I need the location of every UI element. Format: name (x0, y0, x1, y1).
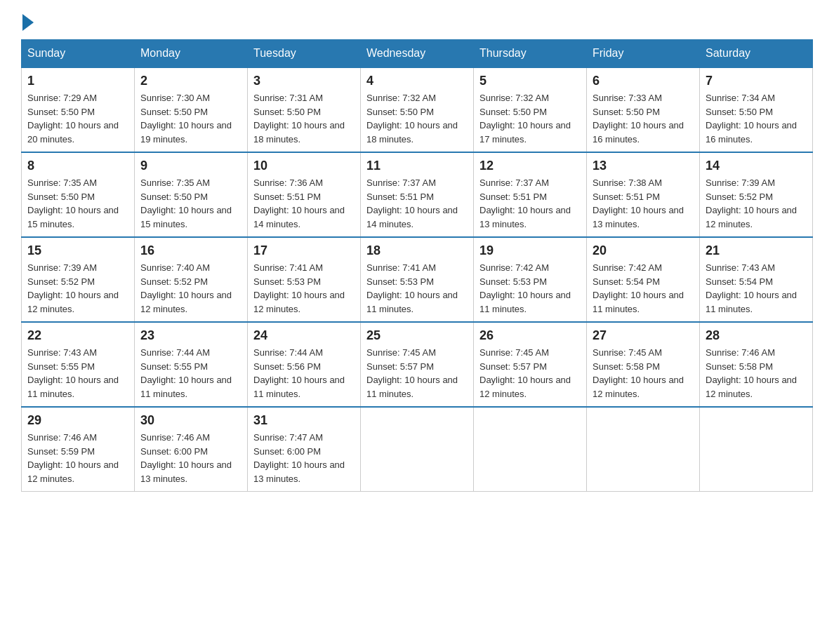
sunrise-label: Sunrise: 7:42 AM (479, 262, 549, 273)
sunrise-label: Sunrise: 7:32 AM (479, 93, 549, 103)
week-row-3: 15 Sunrise: 7:39 AM Sunset: 5:52 PM Dayl… (22, 237, 813, 322)
day-info: Sunrise: 7:41 AM Sunset: 5:53 PM Dayligh… (366, 261, 468, 316)
sunset-label: Sunset: 5:52 PM (140, 276, 208, 287)
day-number: 14 (706, 159, 807, 173)
sunset-label: Sunset: 5:53 PM (366, 276, 434, 287)
sunset-label: Sunset: 5:55 PM (27, 361, 95, 372)
calendar-cell: 11 Sunrise: 7:37 AM Sunset: 5:51 PM Dayl… (361, 152, 474, 237)
day-number: 18 (366, 243, 468, 258)
daylight-label: Daylight: 10 hours and 11 minutes. (27, 375, 119, 399)
calendar-cell: 23 Sunrise: 7:44 AM Sunset: 5:55 PM Dayl… (135, 322, 248, 407)
day-number: 24 (253, 328, 355, 343)
sunrise-label: Sunrise: 7:34 AM (706, 93, 775, 103)
day-number: 23 (140, 328, 241, 343)
calendar-cell: 21 Sunrise: 7:43 AM Sunset: 5:54 PM Dayl… (700, 237, 813, 322)
daylight-label: Daylight: 10 hours and 11 minutes. (479, 290, 571, 314)
day-header-row: SundayMondayTuesdayWednesdayThursdayFrid… (22, 40, 813, 68)
daylight-label: Daylight: 10 hours and 15 minutes. (140, 205, 232, 229)
daylight-label: Daylight: 10 hours and 11 minutes. (253, 375, 345, 399)
calendar-cell: 16 Sunrise: 7:40 AM Sunset: 5:52 PM Dayl… (135, 237, 248, 322)
daylight-label: Daylight: 10 hours and 15 minutes. (27, 205, 119, 229)
daylight-label: Daylight: 10 hours and 14 minutes. (253, 205, 345, 229)
sunrise-label: Sunrise: 7:40 AM (140, 262, 210, 273)
calendar-cell (700, 407, 813, 492)
sunset-label: Sunset: 5:57 PM (366, 361, 434, 372)
sunrise-label: Sunrise: 7:39 AM (27, 262, 97, 273)
day-number: 20 (593, 243, 694, 258)
day-number: 1 (27, 74, 128, 88)
day-number: 31 (253, 413, 355, 428)
day-info: Sunrise: 7:46 AM Sunset: 5:59 PM Dayligh… (27, 431, 128, 485)
sunset-label: Sunset: 5:59 PM (27, 446, 95, 457)
calendar-cell: 26 Sunrise: 7:45 AM Sunset: 5:57 PM Dayl… (474, 322, 587, 407)
day-info: Sunrise: 7:46 AM Sunset: 5:58 PM Dayligh… (706, 346, 807, 401)
day-info: Sunrise: 7:45 AM Sunset: 5:57 PM Dayligh… (479, 346, 581, 401)
sunrise-label: Sunrise: 7:44 AM (253, 347, 323, 358)
calendar-cell: 20 Sunrise: 7:42 AM Sunset: 5:54 PM Dayl… (587, 237, 700, 322)
calendar-cell: 22 Sunrise: 7:43 AM Sunset: 5:55 PM Dayl… (22, 322, 135, 407)
day-number: 13 (593, 159, 694, 173)
sunset-label: Sunset: 5:58 PM (593, 361, 660, 372)
daylight-label: Daylight: 10 hours and 16 minutes. (706, 120, 797, 145)
calendar-cell: 29 Sunrise: 7:46 AM Sunset: 5:59 PM Dayl… (22, 407, 135, 492)
sunrise-label: Sunrise: 7:37 AM (479, 177, 549, 188)
sunrise-label: Sunrise: 7:44 AM (140, 347, 210, 358)
header-tuesday: Tuesday (248, 40, 361, 68)
daylight-label: Daylight: 10 hours and 12 minutes. (27, 290, 119, 314)
day-number: 27 (593, 328, 694, 343)
sunrise-label: Sunrise: 7:31 AM (253, 93, 323, 103)
daylight-label: Daylight: 10 hours and 18 minutes. (366, 120, 458, 145)
sunset-label: Sunset: 5:50 PM (366, 107, 434, 117)
day-number: 10 (253, 159, 355, 173)
sunrise-label: Sunrise: 7:47 AM (253, 432, 323, 443)
week-row-2: 8 Sunrise: 7:35 AM Sunset: 5:50 PM Dayli… (22, 152, 813, 237)
sunset-label: Sunset: 5:50 PM (706, 107, 773, 117)
header-thursday: Thursday (474, 40, 587, 68)
sunrise-label: Sunrise: 7:46 AM (27, 432, 97, 443)
sunrise-label: Sunrise: 7:45 AM (593, 347, 662, 358)
sunrise-label: Sunrise: 7:45 AM (366, 347, 436, 358)
sunset-label: Sunset: 5:52 PM (27, 276, 95, 287)
daylight-label: Daylight: 10 hours and 12 minutes. (593, 375, 684, 399)
day-info: Sunrise: 7:32 AM Sunset: 5:50 PM Dayligh… (366, 91, 468, 146)
header (21, 14, 813, 25)
sunrise-label: Sunrise: 7:42 AM (593, 262, 662, 273)
day-number: 19 (479, 243, 581, 258)
sunrise-label: Sunrise: 7:35 AM (27, 177, 97, 188)
day-info: Sunrise: 7:44 AM Sunset: 5:56 PM Dayligh… (253, 346, 355, 401)
header-monday: Monday (135, 40, 248, 68)
sunset-label: Sunset: 5:58 PM (706, 361, 773, 372)
sunset-label: Sunset: 5:50 PM (253, 107, 321, 117)
calendar-cell: 28 Sunrise: 7:46 AM Sunset: 5:58 PM Dayl… (700, 322, 813, 407)
day-number: 30 (140, 413, 241, 428)
daylight-label: Daylight: 10 hours and 18 minutes. (253, 120, 345, 145)
day-number: 12 (479, 159, 581, 173)
day-info: Sunrise: 7:39 AM Sunset: 5:52 PM Dayligh… (27, 261, 128, 316)
day-info: Sunrise: 7:37 AM Sunset: 5:51 PM Dayligh… (479, 176, 581, 231)
calendar-table: SundayMondayTuesdayWednesdayThursdayFrid… (21, 39, 813, 492)
daylight-label: Daylight: 10 hours and 11 minutes. (366, 290, 458, 314)
sunrise-label: Sunrise: 7:29 AM (27, 93, 97, 103)
day-number: 7 (706, 74, 807, 88)
day-number: 28 (706, 328, 807, 343)
day-info: Sunrise: 7:41 AM Sunset: 5:53 PM Dayligh… (253, 261, 355, 316)
sunset-label: Sunset: 5:56 PM (253, 361, 321, 372)
day-info: Sunrise: 7:34 AM Sunset: 5:50 PM Dayligh… (706, 91, 807, 146)
daylight-label: Daylight: 10 hours and 11 minutes. (593, 290, 684, 314)
daylight-label: Daylight: 10 hours and 20 minutes. (27, 120, 119, 145)
day-info: Sunrise: 7:40 AM Sunset: 5:52 PM Dayligh… (140, 261, 241, 316)
calendar-cell (474, 407, 587, 492)
day-info: Sunrise: 7:43 AM Sunset: 5:54 PM Dayligh… (706, 261, 807, 316)
sunset-label: Sunset: 5:53 PM (253, 276, 321, 287)
sunset-label: Sunset: 5:51 PM (253, 192, 321, 202)
daylight-label: Daylight: 10 hours and 13 minutes. (140, 459, 232, 484)
day-info: Sunrise: 7:33 AM Sunset: 5:50 PM Dayligh… (593, 91, 694, 146)
sunrise-label: Sunrise: 7:43 AM (706, 262, 775, 273)
calendar-cell: 10 Sunrise: 7:36 AM Sunset: 5:51 PM Dayl… (248, 152, 361, 237)
sunrise-label: Sunrise: 7:39 AM (706, 177, 775, 188)
calendar-cell: 14 Sunrise: 7:39 AM Sunset: 5:52 PM Dayl… (700, 152, 813, 237)
day-number: 15 (27, 243, 128, 258)
daylight-label: Daylight: 10 hours and 16 minutes. (593, 120, 684, 145)
daylight-label: Daylight: 10 hours and 19 minutes. (140, 120, 232, 145)
day-number: 17 (253, 243, 355, 258)
